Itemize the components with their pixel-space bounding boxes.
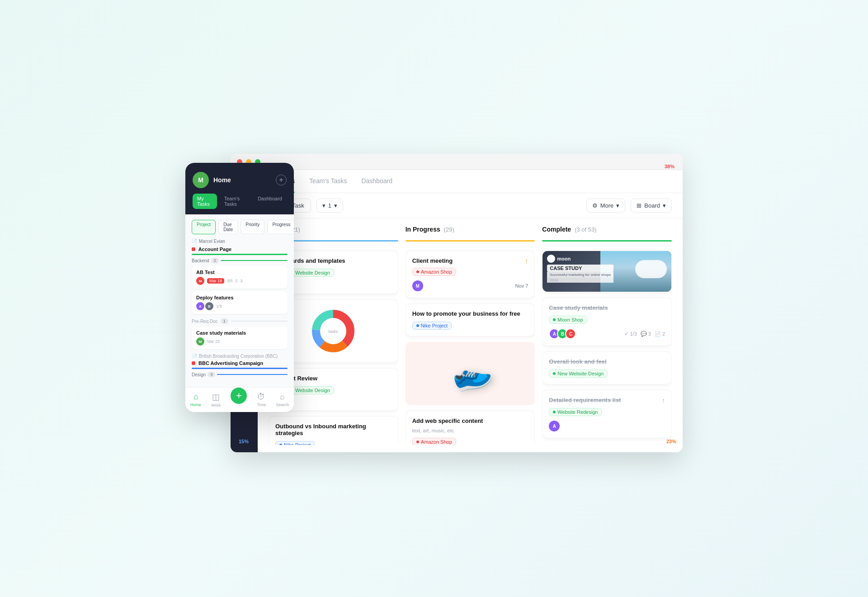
case-study-label: CASE STUDY bbox=[547, 265, 613, 272]
card-overall-project: New Website Design bbox=[549, 370, 608, 378]
header: My Tasks Team's Tasks Dashboard bbox=[258, 170, 683, 193]
card-case-study-image: moon CASE STUDY Successful marketing for… bbox=[542, 251, 672, 292]
filter-project[interactable]: Project bbox=[192, 220, 216, 234]
card-case-study-materials[interactable]: Case study materials Moon Shop A B C bbox=[542, 298, 672, 346]
progress-column-line bbox=[406, 240, 535, 242]
board: To Do (21) Standards and templates New W… bbox=[258, 218, 683, 452]
cs-task-count: ✓ 1/3 bbox=[624, 331, 637, 337]
card-promote-project-label: Nike Project bbox=[421, 323, 448, 328]
case-study-year: 2024 bbox=[547, 278, 613, 283]
card-case-study-meta: A B C ✓ 1/3 � bbox=[549, 328, 665, 339]
mobile-username: Home bbox=[213, 176, 231, 184]
mobile-bottom-nav: ⌂ Home ◫ Work + ⏱ Time ⌕ Search bbox=[185, 387, 294, 412]
card-web-content-project: Amazon Shop bbox=[412, 438, 456, 445]
card-client-date: Nov 7 bbox=[515, 283, 528, 289]
mobile-header: M Home + My Tasks Team's Tasks Dashboard bbox=[185, 163, 294, 214]
mobile-user-avatar: M bbox=[193, 172, 209, 188]
shoe-emoji: 👟 bbox=[444, 348, 496, 398]
card-overall-project-label: New Website Design bbox=[557, 371, 604, 376]
mobile-task-deploy[interactable]: Deploy features A B 1/3 bbox=[192, 291, 288, 314]
case-study-subtitle: Successful marketing for online shops bbox=[547, 272, 613, 278]
mobile-task-case-study[interactable]: Case study materials M Mar 23 bbox=[192, 327, 288, 349]
progress-column-header: In Progress (29) bbox=[406, 226, 535, 233]
mobile-task-ab-stat2: 2 bbox=[236, 279, 238, 283]
card-web-content-title: Add web specific content bbox=[412, 417, 528, 424]
card-overall[interactable]: Overall look and feel New Website Design bbox=[542, 351, 672, 384]
red-dot-icon bbox=[416, 270, 419, 273]
card-promote-title: How to promote your business for free bbox=[412, 310, 528, 317]
progress-column-title: In Progress bbox=[406, 226, 440, 233]
mobile-nav-add[interactable]: + bbox=[231, 392, 247, 407]
card-detailed-project: Website Redesign bbox=[549, 408, 602, 416]
green-dot-3 bbox=[553, 318, 556, 321]
toolbar: + Add Task ▾ 1 ▾ ⚙ More ▾ bbox=[258, 193, 683, 218]
toolbar-right: ⚙ More ▾ ⊞ Board ▾ bbox=[586, 199, 672, 213]
detailed-avatar: A bbox=[549, 421, 560, 431]
up-arrow-icon-2: ↑ bbox=[662, 397, 665, 404]
mobile-group-bbc: 📄 British Broadcasting Corporation (BBC)… bbox=[192, 354, 288, 377]
svg-text:tasks: tasks bbox=[329, 329, 339, 334]
mobile-tab-dashboard[interactable]: Dashboard bbox=[253, 194, 287, 209]
more-dropdown-icon: ▾ bbox=[616, 202, 619, 209]
mobile-task-ab-test[interactable]: AB Test M Mar 18 3/5 2 3 bbox=[192, 266, 288, 289]
filter-count: 1 bbox=[328, 202, 331, 209]
mobile-group-bar-account bbox=[192, 254, 288, 255]
home-icon: ⌂ bbox=[193, 392, 198, 402]
design-label: Design 3 bbox=[192, 372, 288, 377]
mobile-nav-work-label: Work bbox=[211, 403, 221, 407]
red-indicator bbox=[192, 247, 195, 251]
complete-column-line bbox=[542, 240, 672, 242]
cs-comment-count: 💬 3 bbox=[641, 331, 651, 337]
pre-req-label: Pre-Req Doc bbox=[192, 319, 218, 324]
card-detailed-title: Detailed requirements list bbox=[549, 397, 621, 403]
card-detailed[interactable]: Detailed requirements list ↑ Website Red… bbox=[542, 390, 672, 438]
filter-progress[interactable]: Progress bbox=[267, 220, 294, 234]
mobile-add-button[interactable]: + bbox=[276, 175, 287, 185]
card-client-project: Amazon Shop bbox=[412, 268, 456, 276]
main-content: My Tasks Team's Tasks Dashboard + Add Ta… bbox=[258, 170, 683, 452]
mobile-task-ab-title: AB Test bbox=[196, 270, 283, 275]
blue-dot-icon-2 bbox=[416, 324, 419, 327]
add-icon[interactable]: + bbox=[231, 388, 247, 404]
mobile-nav-time[interactable]: ⏱ Time bbox=[257, 392, 266, 407]
filter-button[interactable]: ▾ 1 ▾ bbox=[316, 199, 343, 213]
card-overall-title: Overall look and feel bbox=[549, 358, 665, 365]
card-outbound[interactable]: Outbound vs Inbound marketing strategies… bbox=[269, 416, 398, 445]
column-complete: Complete (3 of 53) bbox=[542, 226, 672, 445]
mobile-task-ab-meta: M Mar 18 3/5 2 3 bbox=[196, 277, 283, 285]
mobile-tab-my-tasks[interactable]: My Tasks bbox=[193, 194, 217, 209]
card-client-meeting[interactable]: Client meeting ↑ Amazon Shop M bbox=[406, 251, 535, 298]
mobile-bbc-label: 📄 British Broadcasting Corporation (BBC) bbox=[192, 354, 288, 359]
filter-priority[interactable]: Priority bbox=[241, 220, 264, 234]
tab-teams-tasks[interactable]: Team's Tasks bbox=[309, 170, 347, 193]
backend-label: Backend 2 bbox=[192, 258, 288, 263]
cs-file-count: 📄 2 bbox=[655, 331, 665, 337]
filter-due-date[interactable]: Due Date bbox=[218, 220, 238, 234]
card-client-meeting-title: Client meeting bbox=[412, 257, 453, 264]
complete-column-title: Complete bbox=[542, 226, 571, 233]
file-icon-3: 📄 bbox=[655, 331, 661, 337]
desktop-window: P 3 ⌂ 📊 + 📁 🔍 👤 ⚙ ▼ My Tasks Team's Ta bbox=[231, 154, 683, 452]
card-web-content[interactable]: Add web specific content text, art, musi… bbox=[406, 411, 535, 445]
mobile-filter-row: Project Due Date Priority Progress bbox=[192, 220, 288, 234]
card-detailed-project-label: Website Redesign bbox=[557, 409, 598, 415]
board-dropdown-icon: ▾ bbox=[663, 202, 666, 209]
card-outbound-project-label: Nike Project bbox=[284, 442, 311, 445]
board-view-button[interactable]: ⊞ Board ▾ bbox=[631, 199, 672, 213]
mobile-group-author: 📄 Marcel Evian bbox=[192, 239, 288, 244]
mobile-nav-work[interactable]: ◫ Work bbox=[211, 392, 221, 407]
more-button[interactable]: ⚙ More ▾ bbox=[586, 199, 626, 213]
green-dot-4 bbox=[553, 372, 556, 375]
card-promote[interactable]: How to promote your business for free Ni… bbox=[406, 303, 535, 336]
mobile-nav-home[interactable]: ⌂ Home bbox=[190, 392, 201, 407]
mobile-nav-search[interactable]: ⌕ Search bbox=[276, 392, 289, 407]
mobile-nav-search-label: Search bbox=[276, 403, 289, 407]
comment-icon-2: 💬 bbox=[641, 331, 647, 337]
tab-dashboard[interactable]: Dashboard bbox=[361, 170, 392, 193]
green-dot-5 bbox=[553, 411, 556, 413]
mobile-bbc-title: BBC Advertising Campaign bbox=[192, 360, 288, 366]
blue-dot-icon bbox=[279, 444, 282, 445]
mobile-tab-teams-tasks[interactable]: Team's Tasks bbox=[220, 194, 250, 209]
card-case-study-project: Moon Shop bbox=[549, 316, 587, 324]
red-indicator-2 bbox=[192, 361, 195, 365]
